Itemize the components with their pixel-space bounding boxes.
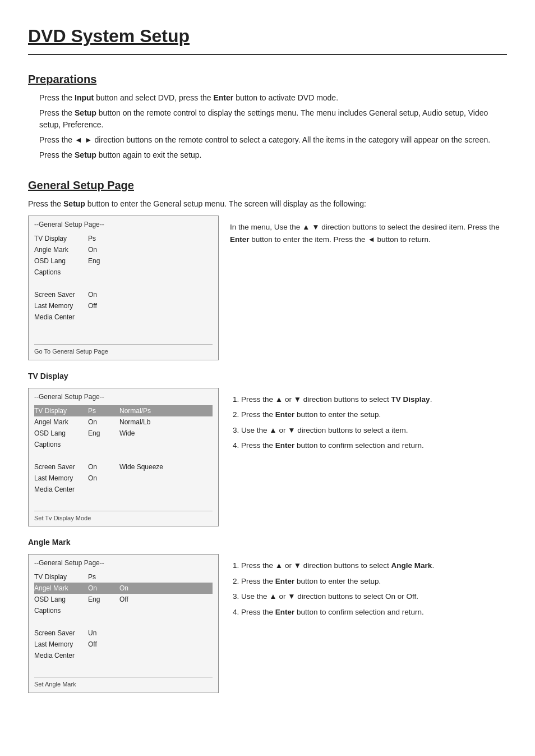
screen1-title: --General Setup Page-- [34, 219, 213, 230]
angle-step-1: Press the ▲ or ▼ direction buttons to se… [241, 560, 507, 572]
angle-screen-title: --General Setup Page-- [34, 558, 213, 568]
general-setup-intro: Press the Setup button to enter the Gene… [28, 198, 507, 210]
tv-step-1: Press the ▲ or ▼ direction buttons to se… [241, 393, 507, 406]
tv-display-heading: TV Display [28, 370, 507, 382]
angle-row-lastmem: Last Memory Off [34, 639, 213, 650]
tv-row-angelmark: Angel Mark On Normal/Lb [34, 416, 213, 428]
tv-row-mediacenter: Media Center [34, 484, 213, 495]
angle-row-blank [34, 616, 213, 627]
angle-screen-footer: Set Angle Mark [34, 677, 213, 689]
angle-mark-screen: --General Setup Page-- TV Display Ps Ang… [28, 554, 219, 693]
tv-display-content: --General Setup Page-- TV Display Ps Nor… [28, 388, 507, 527]
tv-step-2: Press the Enter button to enter the setu… [241, 409, 507, 421]
angle-mark-content: --General Setup Page-- TV Display Ps Ang… [28, 554, 507, 693]
angle-row-captions: Captions [34, 605, 213, 616]
angle-row-tvdisplay: TV Display Ps [34, 571, 213, 583]
screen-row-osd: OSD Lang Eng [34, 255, 213, 267]
angle-row-osd: OSD Lang Eng Off [34, 594, 213, 605]
angle-row-screensaver: Screen Saver Un [34, 627, 213, 639]
general-setup-screen: --General Setup Page-- TV Display Ps Ang… [28, 216, 219, 360]
angle-mark-steps: Press the ▲ or ▼ direction buttons to se… [230, 554, 507, 693]
angle-row-angelmark: Angel Mark On On [34, 583, 213, 594]
screen-row-blank [34, 278, 213, 289]
tv-row-tvdisplay: TV Display Ps Normal/Ps [34, 405, 213, 416]
tv-step-4: Press the Enter button to confirm select… [241, 439, 507, 452]
prep-para-3: Press the ◄ ► direction buttons on the r… [28, 134, 507, 146]
screen-row-angle: Angle Mark On [34, 244, 213, 255]
angle-mark-screen-container: --General Setup Page-- TV Display Ps Ang… [28, 554, 219, 693]
prep-para-4: Press the Setup button again to exit the… [28, 149, 507, 161]
prep-para-1: Press the Input button and select DVD, p… [28, 92, 507, 104]
page-title: DVD System Setup [28, 22, 507, 55]
tv-screen-footer: Set Tv Display Mode [34, 511, 213, 523]
screen-row-lastmem: Last Memory Off [34, 300, 213, 311]
tv-display-steps: Press the ▲ or ▼ direction buttons to se… [230, 388, 507, 527]
tv-row-osd: OSD Lang Eng Wide [34, 428, 213, 439]
prep-para-2: Press the Setup button on the remote con… [28, 107, 507, 131]
tv-step-3: Use the ▲ or ▼ direction buttons to sele… [241, 424, 507, 437]
preparations-heading: Preparations [28, 71, 507, 88]
tv-display-screen-container: --General Setup Page-- TV Display Ps Nor… [28, 388, 219, 527]
tv-row-blank [34, 450, 213, 461]
general-setup-screen-container: --General Setup Page-- TV Display Ps Ang… [28, 216, 219, 360]
tv-display-screen: --General Setup Page-- TV Display Ps Nor… [28, 388, 219, 527]
angle-row-mediacenter: Media Center [34, 650, 213, 661]
screen1-footer: Go To General Setup Page [34, 344, 213, 356]
general-setup-content: --General Setup Page-- TV Display Ps Ang… [28, 216, 507, 360]
general-setup-heading: General Setup Page [28, 177, 507, 194]
angle-step-2: Press the Enter button to enter the setu… [241, 575, 507, 588]
screen-row-captions: Captions [34, 267, 213, 278]
angle-step-4: Press the Enter button to confirm select… [241, 606, 507, 618]
angle-step-3: Use the ▲ or ▼ direction buttons to sele… [241, 590, 507, 603]
general-setup-right-text: In the menu, Use the ▲ ▼ direction butto… [230, 216, 507, 360]
tv-row-screensaver: Screen Saver On Wide Squeeze [34, 461, 213, 473]
tv-row-captions: Captions [34, 439, 213, 450]
tv-row-lastmem: Last Memory On [34, 473, 213, 484]
angle-mark-heading: Angle Mark [28, 537, 507, 548]
screen-row-tv: TV Display Ps [34, 233, 213, 244]
screen-row-mediacenter: Media Center [34, 311, 213, 323]
screen-row-screensaver: Screen Saver On [34, 289, 213, 300]
tv-screen-title: --General Setup Page-- [34, 392, 213, 402]
